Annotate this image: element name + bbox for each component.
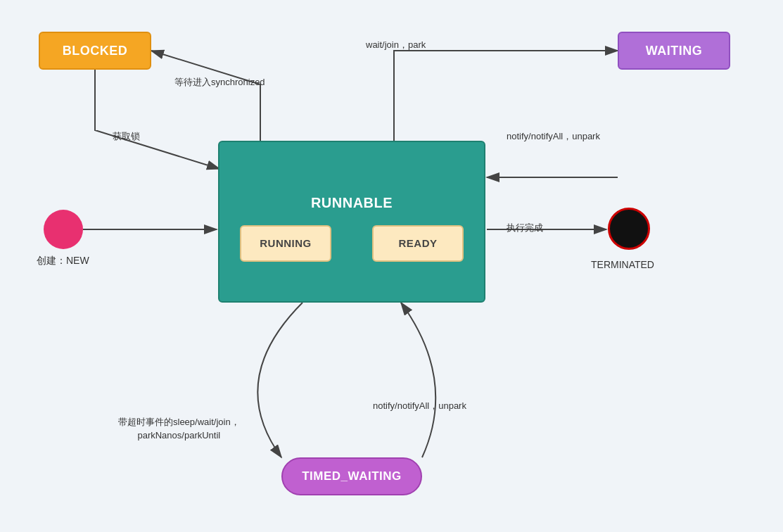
waiting-state: WAITING: [618, 32, 730, 70]
runnable-state: RUNNABLE RUNNING READY: [218, 141, 485, 303]
waiting-label: WAITING: [646, 44, 703, 58]
sleep-wait-join-label: 带超时事件的sleep/wait/join， parkNanos/parkUnt…: [118, 401, 240, 443]
timed-waiting-state: TIMED_WAITING: [281, 457, 422, 495]
notify-unpark-label: notify/notifyAll，unpark: [507, 130, 600, 143]
terminated-state-circle: [608, 208, 650, 250]
blocked-label: BLOCKED: [63, 44, 128, 58]
huoqu-suo-label: 获取锁: [113, 130, 140, 143]
dengdai-synchronized-label: 等待进入synchronized: [174, 76, 265, 89]
running-label: RUNNING: [260, 237, 312, 249]
diagram-container: BLOCKED WAITING RUNNABLE RUNNING READY T…: [0, 0, 783, 532]
new-state-circle: [44, 210, 83, 249]
terminated-state-label: TERMINATED: [591, 259, 654, 270]
runnable-inner: RUNNING READY: [219, 225, 484, 262]
blocked-state: BLOCKED: [39, 32, 151, 70]
wait-join-park-label: wait/join，park: [366, 39, 426, 51]
running-state: RUNNING: [240, 225, 331, 262]
zhixing-wancheng-label: 执行完成: [507, 222, 543, 234]
timed-waiting-label: TIMED_WAITING: [302, 469, 402, 483]
runnable-label: RUNNABLE: [219, 195, 484, 218]
notify-unpark2-label: notify/notifyAll，unpark: [373, 400, 466, 412]
ready-state: READY: [372, 225, 464, 262]
ready-label: READY: [398, 237, 437, 249]
new-state-label: 创建：NEW: [37, 255, 89, 267]
